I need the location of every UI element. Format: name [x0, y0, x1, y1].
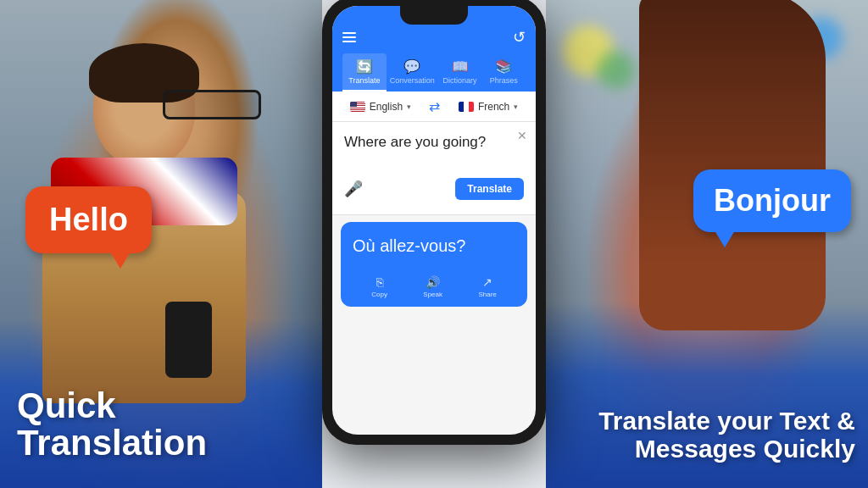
target-lang-btn[interactable]: French ▾	[459, 101, 518, 113]
speak-icon: 🔊	[426, 275, 440, 289]
source-lang-btn[interactable]: English ▾	[350, 101, 411, 113]
input-section: ✕ Where are you going? 🎤 Translate	[332, 122, 536, 215]
woman-hair	[639, 0, 826, 330]
target-lang-label: French	[478, 101, 509, 113]
copy-label: Copy	[371, 291, 387, 298]
right-tagline: Translate your Text & Messages Quickly	[598, 407, 855, 463]
tab-translate[interactable]: 🔄 Translate	[342, 53, 387, 92]
speak-label: Speak	[423, 291, 442, 298]
man-glasses	[163, 90, 261, 119]
copy-icon: ⎘	[376, 275, 383, 289]
phone-device: ↺ 🔄 Translate 💬 Conversation	[322, 0, 546, 445]
copy-button[interactable]: ⎘ Copy	[371, 275, 387, 298]
bonjour-bubble: Bonjour	[693, 169, 851, 232]
right-tagline-line2: Messages Quickly	[598, 435, 855, 463]
phone-container: ↺ 🔄 Translate 💬 Conversation	[322, 0, 546, 445]
language-bar: English ▾ ⇄ French ▾	[332, 92, 536, 122]
swap-languages-icon[interactable]: ⇄	[429, 98, 440, 114]
conversation-tab-icon: 💬	[403, 58, 420, 75]
output-section: Où allez-vous? ⎘ Copy 🔊 Speak ↗	[341, 222, 527, 307]
bonjour-text: Bonjour	[714, 183, 831, 218]
speak-button[interactable]: 🔊 Speak	[423, 275, 442, 298]
quick-line1: Quick	[17, 388, 207, 424]
hamburger-line-1	[342, 32, 356, 34]
tab-translate-label: Translate	[348, 76, 380, 85]
source-lang-label: English	[370, 101, 403, 113]
quick-translation-text: Quick Translation	[17, 388, 207, 463]
hamburger-icon[interactable]	[342, 32, 356, 42]
man-phone-prop	[165, 302, 212, 378]
right-panel: Bonjour Translate your Text & Messages Q…	[546, 0, 868, 488]
share-icon: ↗	[482, 275, 492, 289]
hello-bubble: Hello	[25, 186, 152, 253]
quick-line2: Translation	[17, 424, 207, 463]
left-panel: Hello Quick Translation	[0, 0, 322, 488]
translate-tab-icon: 🔄	[356, 58, 373, 75]
dictionary-tab-icon: 📖	[452, 58, 469, 75]
share-label: Share	[478, 291, 496, 298]
app-tabs: 🔄 Translate 💬 Conversation 📖 Dictionary	[342, 53, 526, 92]
tab-conversation-label: Conversation	[390, 76, 435, 85]
title-left	[342, 32, 363, 42]
microphone-button[interactable]: 🎤	[344, 180, 363, 198]
output-text: Où allez-vous?	[353, 234, 515, 258]
tab-dictionary[interactable]: 📖 Dictionary	[438, 53, 482, 92]
phone-notch	[400, 6, 468, 25]
translate-button[interactable]: Translate	[455, 178, 524, 200]
tab-conversation[interactable]: 💬 Conversation	[387, 53, 438, 92]
tab-phrases-label: Phrases	[490, 76, 518, 85]
output-actions: ⎘ Copy 🔊 Speak ↗ Share	[341, 275, 527, 298]
input-text[interactable]: Where are you going?	[344, 132, 524, 152]
hamburger-line-2	[342, 36, 356, 38]
target-lang-chevron: ▾	[514, 103, 518, 111]
fr-flag-icon	[459, 102, 474, 112]
right-tagline-line1: Translate your Text &	[598, 407, 855, 435]
hamburger-line-3	[342, 41, 356, 42]
phrases-tab-icon: 📚	[495, 58, 512, 75]
screen-inner: ↺ 🔄 Translate 💬 Conversation	[332, 6, 536, 435]
tab-phrases[interactable]: 📚 Phrases	[481, 53, 526, 92]
us-flag-icon	[350, 102, 365, 112]
source-lang-chevron: ▾	[407, 103, 411, 111]
title-row: ↺	[342, 28, 526, 47]
share-button[interactable]: ↗ Share	[478, 275, 496, 298]
main-container: Hello Quick Translation	[0, 0, 868, 488]
phone-screen: ↺ 🔄 Translate 💬 Conversation	[332, 6, 536, 435]
tab-dictionary-label: Dictionary	[443, 76, 477, 85]
bokeh-green	[597, 51, 635, 89]
clear-input-button[interactable]: ✕	[517, 129, 527, 142]
history-icon[interactable]: ↺	[513, 28, 526, 47]
hello-text: Hello	[49, 202, 128, 237]
input-actions: 🎤 Translate	[344, 178, 524, 200]
